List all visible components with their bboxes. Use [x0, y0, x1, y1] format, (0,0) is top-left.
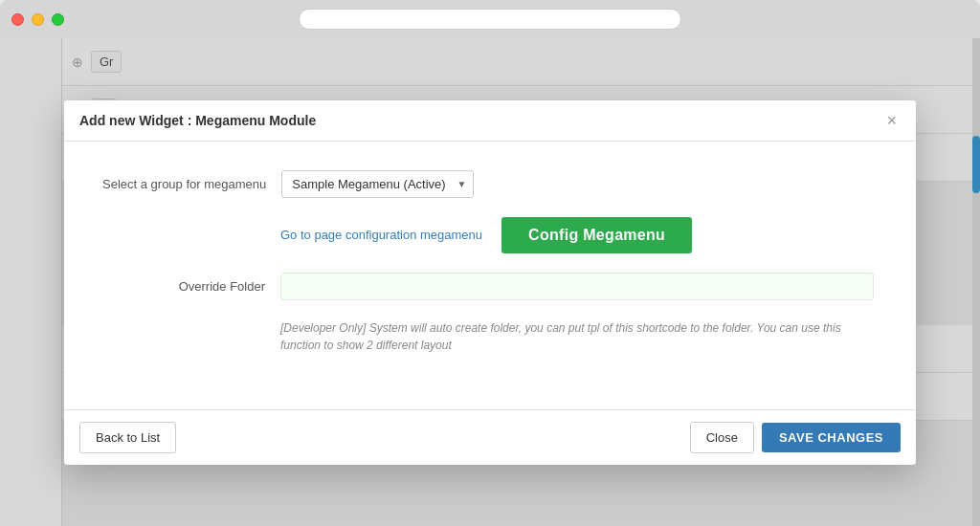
- config-row: Go to page configuration megamenu Config…: [280, 217, 878, 253]
- window-chrome: [0, 0, 980, 38]
- modal-footer: Back to List Close SAVE CHANGES: [64, 409, 916, 465]
- footer-right-buttons: Close SAVE CHANGES: [690, 422, 901, 453]
- config-megamenu-button[interactable]: Config Megamenu: [501, 217, 692, 253]
- maximize-traffic-light[interactable]: [52, 13, 64, 26]
- modal-close-button[interactable]: ×: [882, 112, 901, 129]
- override-label: Override Folder: [102, 279, 265, 294]
- select-group-row: Select a group for megamenu Sample Megam…: [102, 170, 878, 198]
- config-btn-area: Go to page configuration megamenu Config…: [280, 217, 692, 253]
- address-bar[interactable]: [299, 9, 681, 30]
- modal-overlay: Add new Widget : Megamenu Module × Selec…: [0, 38, 980, 526]
- save-changes-button[interactable]: SAVE CHANGES: [762, 423, 901, 452]
- select-label: Select a group for megamenu: [102, 177, 266, 191]
- modal-header: Add new Widget : Megamenu Module ×: [64, 100, 916, 142]
- megamenu-select[interactable]: Sample Megamenu (Active): [281, 170, 474, 198]
- modal-dialog: Add new Widget : Megamenu Module × Selec…: [64, 100, 916, 465]
- back-to-list-button[interactable]: Back to List: [79, 422, 176, 453]
- help-text: [Developer Only] System will auto create…: [280, 319, 878, 354]
- close-button[interactable]: Close: [690, 422, 754, 453]
- override-input[interactable]: [280, 273, 874, 300]
- select-wrapper: Sample Megamenu (Active): [281, 170, 474, 198]
- modal-body: Select a group for megamenu Sample Megam…: [64, 142, 916, 409]
- minimize-traffic-light[interactable]: [32, 13, 44, 26]
- page-background: ⊕ Gr ⊕ C ▶ Sh ⊕ Gr ⊕ Column ▼ Add new Wi…: [0, 38, 980, 526]
- modal-title: Add new Widget : Megamenu Module: [79, 113, 316, 128]
- close-traffic-light[interactable]: [11, 13, 24, 26]
- override-folder-row: Override Folder: [102, 273, 878, 300]
- config-link[interactable]: Go to page configuration megamenu: [280, 228, 482, 242]
